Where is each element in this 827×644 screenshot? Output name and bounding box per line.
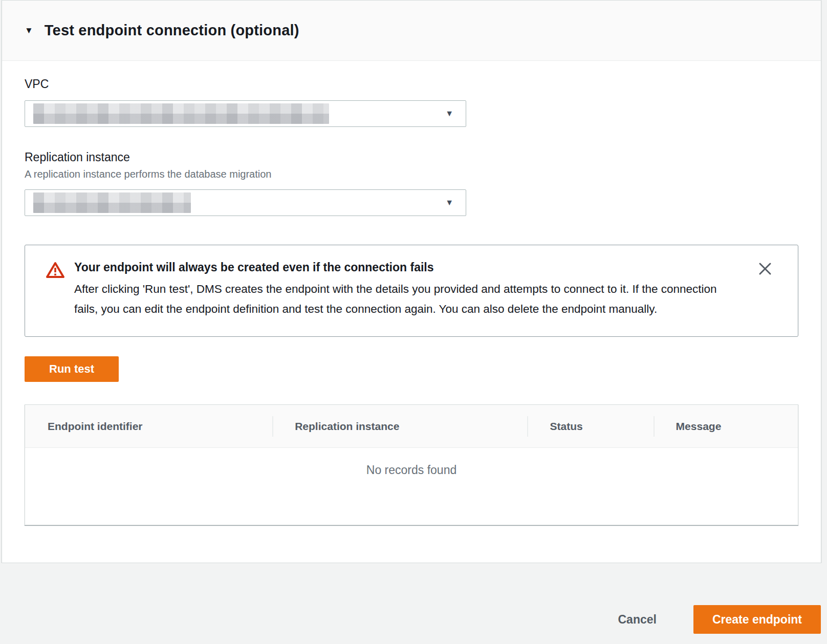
chevron-down-icon: ▼ — [445, 199, 453, 207]
cancel-button[interactable]: Cancel — [613, 605, 661, 634]
create-endpoint-button[interactable]: Create endpoint — [693, 605, 821, 634]
vpc-select[interactable]: ▼ — [25, 100, 466, 127]
warning-title: Your endpoint will always be created eve… — [74, 261, 737, 274]
vpc-selected-value-redacted — [33, 103, 329, 124]
close-icon[interactable] — [755, 259, 775, 279]
column-header-message: Message — [654, 405, 798, 447]
connection-results-table: Endpoint identifier Replication instance… — [25, 404, 798, 525]
section-title: Test endpoint connection (optional) — [45, 22, 299, 39]
column-header-replication-instance: Replication instance — [272, 405, 527, 447]
replication-instance-description: A replication instance performs the data… — [25, 168, 798, 180]
vpc-label: VPC — [25, 77, 798, 91]
vpc-field: VPC ▼ — [25, 77, 798, 127]
test-endpoint-connection-section: ▼ Test endpoint connection (optional) VP… — [2, 0, 821, 563]
replication-instance-label: Replication instance — [25, 151, 798, 164]
section-body: VPC ▼ Replication instance A replication… — [2, 61, 821, 525]
warning-triangle-icon — [46, 262, 65, 281]
warning-body: After clicking 'Run test', DMS creates t… — [74, 279, 737, 319]
collapse-caret-icon[interactable]: ▼ — [25, 26, 33, 35]
table-header-row: Endpoint identifier Replication instance… — [25, 405, 798, 448]
chevron-down-icon: ▼ — [445, 110, 453, 118]
warning-content: Your endpoint will always be created eve… — [74, 261, 737, 319]
section-header[interactable]: ▼ Test endpoint connection (optional) — [2, 1, 821, 61]
column-header-endpoint-identifier: Endpoint identifier — [25, 405, 272, 447]
replication-instance-selected-value-redacted — [33, 192, 191, 213]
column-header-status: Status — [527, 405, 653, 447]
form-actions-footer: Cancel Create endpoint — [0, 563, 827, 644]
run-test-button[interactable]: Run test — [25, 356, 119, 382]
table-empty-state: No records found — [25, 448, 798, 525]
warning-alert: Your endpoint will always be created eve… — [25, 245, 798, 337]
replication-instance-select[interactable]: ▼ — [25, 189, 466, 216]
replication-instance-field: Replication instance A replication insta… — [25, 151, 798, 216]
